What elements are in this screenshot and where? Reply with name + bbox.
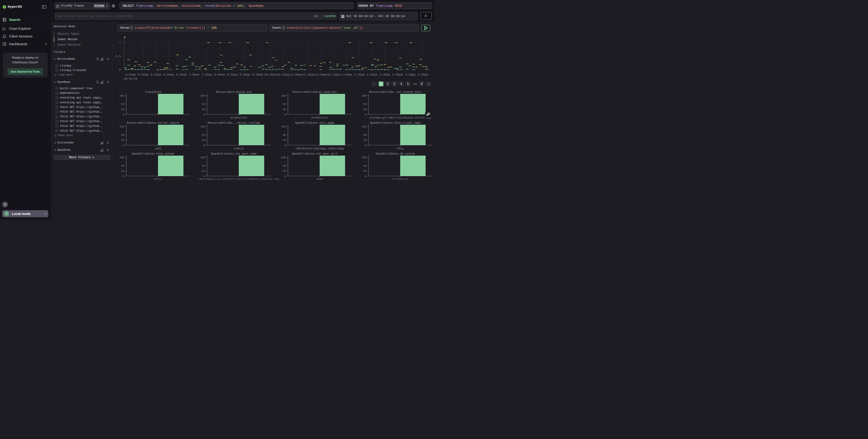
svg-text:7:30am: 7:30am (202, 73, 212, 77)
svg-text:ResourceAttributes.vercel.regi: ResourceAttributes.vercel.region (127, 121, 179, 125)
svg-text:4:30am: 4:30am (125, 73, 136, 77)
svg-text:50: 50 (363, 164, 366, 167)
svg-text:100: 100 (120, 125, 124, 128)
svg-text:100: 100 (120, 156, 124, 159)
svg-text:SpanAttributes.http.scheme: SpanAttributes.http.scheme (132, 152, 174, 155)
svg-text:0: 0 (204, 113, 205, 116)
svg-text:ResourceAttribu..cel.branch_ho: ResourceAttribu..cel.branch_host (369, 91, 421, 94)
svg-text:8:30am: 8:30am (227, 73, 238, 77)
svg-text:100: 100 (200, 94, 205, 97)
svg-text:1: 1 (119, 41, 121, 45)
svg-text:0: 0 (284, 144, 286, 147)
svg-text:50: 50 (363, 134, 366, 137)
svg-text:SpanAttributes.http.client.nam: SpanAttributes.http.client.name (370, 121, 421, 125)
svg-text:0: 0 (204, 144, 205, 147)
svg-text:100: 100 (362, 125, 366, 128)
svg-text:25: 25 (121, 170, 124, 173)
svg-text:9:30am: 9:30am (252, 73, 263, 77)
svg-text:25: 25 (202, 170, 205, 173)
svg-text:production: production (311, 116, 328, 119)
svg-text:100: 100 (120, 94, 124, 97)
svg-text:25: 25 (363, 139, 366, 142)
svg-text:50: 50 (121, 164, 124, 167)
svg-text:25: 25 (121, 108, 124, 111)
svg-text:0: 0 (119, 68, 121, 72)
svg-text:clickpy-git-main-clickhouse.ve: clickpy-git-main-clickhouse.vercel.app (369, 116, 431, 119)
svg-text:12:30pm: 12:30pm (328, 73, 340, 77)
svg-text:nodejs: nodejs (234, 147, 244, 150)
svg-text:3:00pm: 3:00pm (392, 73, 403, 77)
svg-text:50: 50 (283, 134, 286, 137)
svg-text:1:30pm: 1:30pm (354, 73, 365, 77)
svg-text:12:00pm: 12:00pm (315, 73, 328, 77)
svg-text:TraceState: TraceState (145, 91, 161, 94)
svg-text:6:00am: 6:00am (163, 73, 174, 77)
svg-text:ResourceAttributes.node.env: ResourceAttributes.node.env (293, 91, 337, 94)
svg-text:8:00am: 8:00am (214, 73, 225, 77)
svg-text:ResourceAttribu...vercel.runti: ResourceAttribu...vercel.runtime (208, 121, 260, 125)
svg-text:25: 25 (283, 108, 286, 111)
svg-text:25: 25 (121, 139, 124, 142)
svg-text:3:30pm: 3:30pm (405, 73, 415, 77)
svg-text:0: 0 (365, 113, 366, 116)
svg-text:production: production (230, 116, 247, 119)
svg-text:100: 100 (200, 125, 205, 128)
svg-text:25: 25 (202, 108, 205, 111)
svg-text:6:30am: 6:30am (176, 73, 187, 77)
svg-text:100: 100 (362, 94, 366, 97)
svg-text:http: http (397, 147, 404, 150)
svg-text:100: 100 (281, 156, 286, 159)
svg-text:50: 50 (202, 164, 205, 167)
svg-text:25: 25 (363, 108, 366, 111)
svg-text:10:00am: 10:00am (264, 73, 277, 77)
svg-text:10:30am: 10:30am (277, 73, 289, 77)
svg-text:100: 100 (200, 156, 205, 159)
svg-text:0: 0 (123, 113, 124, 116)
svg-text:50: 50 (202, 134, 205, 137)
svg-text:25: 25 (283, 170, 286, 173)
svg-text:5:00am: 5:00am (138, 73, 149, 77)
svg-text:11:00am: 11:00am (289, 73, 302, 77)
svg-text:50: 50 (121, 134, 124, 137)
svg-text:iad1: iad1 (155, 147, 161, 150)
svg-text:0.5: 0.5 (116, 55, 121, 58)
svg-text:SpanAttributes.net.peer.name: SpanAttributes.net.peer.name (211, 152, 257, 155)
svg-text:1:00pm: 1:00pm (341, 73, 352, 77)
svg-text:clickhouse: clickhouse (392, 178, 408, 180)
svg-text:ResourceAttributes.env: ResourceAttributes.env (216, 91, 252, 94)
svg-text:8443: 8443 (316, 178, 323, 180)
svg-text:100: 100 (281, 94, 286, 97)
svg-text:9:00am: 9:00am (240, 73, 250, 77)
svg-text:5:30am: 5:30am (151, 73, 161, 77)
svg-text:50: 50 (202, 103, 205, 106)
svg-text:0: 0 (204, 175, 205, 178)
svg-text:50: 50 (121, 103, 124, 106)
svg-text:/dashboard/[package_name]/page: /dashboard/[package_name]/page (295, 147, 344, 150)
svg-text:10/10/25: 10/10/25 (123, 77, 137, 81)
svg-text:50: 50 (363, 103, 366, 106)
svg-text:100: 100 (362, 156, 366, 159)
svg-text:2:30pm: 2:30pm (379, 73, 390, 77)
svg-text:25: 25 (283, 139, 286, 142)
svg-text:11:30am: 11:30am (302, 73, 315, 77)
svg-text:4:00pm: 4:00pm (418, 73, 428, 77)
svg-text:7:00am: 7:00am (189, 73, 199, 77)
svg-text:0: 0 (123, 144, 124, 147)
svg-text:SpanAttributes.next.page: SpanAttributes.next.page (295, 121, 334, 125)
svg-text:0: 0 (284, 113, 286, 116)
svg-text:100: 100 (281, 125, 286, 128)
svg-text:25: 25 (363, 170, 366, 173)
svg-text:0: 0 (365, 144, 366, 147)
svg-text:SpanAttributes.db.system: SpanAttributes.db.system (376, 152, 415, 155)
svg-text:50: 50 (283, 103, 286, 106)
svg-text:25: 25 (202, 139, 205, 142)
svg-text:2:00pm: 2:00pm (367, 73, 377, 77)
svg-text:0: 0 (123, 175, 124, 178)
svg-text:https: https (154, 178, 162, 180)
svg-text:z5prz9ggc4.us-central1.gcp.cli: z5prz9ggc4.us-central1.gcp.clickhouse-st… (199, 178, 279, 180)
svg-text:0: 0 (365, 175, 366, 178)
svg-text:50: 50 (283, 164, 286, 167)
svg-text:0: 0 (284, 175, 286, 178)
svg-text:SpanAttributes.net.peer.port: SpanAttributes.net.peer.port (292, 152, 338, 155)
